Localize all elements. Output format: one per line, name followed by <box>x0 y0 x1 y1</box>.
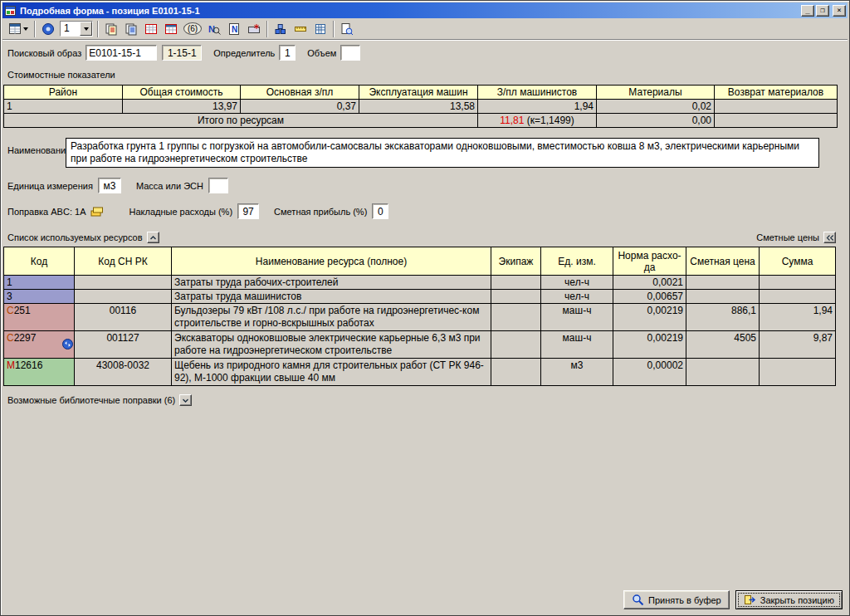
rate-cell[interactable]: 0,00002 <box>613 359 686 386</box>
sum-cell[interactable] <box>760 276 836 290</box>
sum-cell[interactable]: 9,87 <box>760 331 836 359</box>
price-cell[interactable] <box>686 359 760 386</box>
prices-toggle-button[interactable] <box>823 232 836 243</box>
accept-to-buffer-button[interactable]: Принять в буфер <box>623 590 730 609</box>
overhead-input[interactable]: 97 <box>237 203 259 219</box>
copy-position-button[interactable] <box>101 20 121 38</box>
code-cell[interactable]: 3 <box>4 290 75 304</box>
resource-row: С251 00116 Бульдозеры 79 кВт /108 л.с./ … <box>4 304 836 331</box>
crew-cell[interactable] <box>491 290 541 304</box>
position-menu-button[interactable] <box>5 20 32 38</box>
materials-cell[interactable]: 0,02 <box>597 100 715 114</box>
unit-cell[interactable]: маш-ч <box>541 304 613 331</box>
unit-cell[interactable]: чел-ч <box>541 290 613 304</box>
sum-cell[interactable] <box>760 290 836 304</box>
exit-door-icon <box>744 594 756 606</box>
rate-cell[interactable]: 0,00657 <box>613 290 686 304</box>
column-header: Экипаж <box>491 247 541 276</box>
norm-search-button[interactable]: N <box>204 20 224 38</box>
volume-label: Объем <box>307 48 336 58</box>
paste-position-button[interactable] <box>121 20 141 38</box>
sn-code-cell[interactable] <box>75 276 172 290</box>
price-cell[interactable]: 4505 <box>686 331 760 359</box>
machines-cell[interactable]: 13,58 <box>359 100 478 114</box>
sn-code-cell[interactable]: 001127 <box>75 331 172 359</box>
preview-button[interactable] <box>337 20 357 38</box>
close-position-button[interactable]: Закрыть позицию <box>735 590 843 609</box>
library-corrections-row: Возможные библиотечные поправки (6) <box>7 394 848 406</box>
app-window: Подробная форма - позиция E0101-15-1 _ ❐… <box>0 0 850 616</box>
print-norm-button[interactable] <box>244 20 264 38</box>
sum-cell[interactable]: 1,94 <box>760 304 836 331</box>
position-name-text[interactable]: Разработка грунта 1 группы с погрузкой н… <box>66 138 819 168</box>
price-cell[interactable]: 886,1 <box>686 304 760 331</box>
mass-input[interactable] <box>208 178 228 193</box>
unit-input[interactable]: м3 <box>98 178 121 193</box>
toolbar: 1 (6) N N <box>2 18 848 40</box>
sn-code-cell[interactable]: 43008-0032 <box>75 359 172 386</box>
region-cell[interactable]: 1 <box>4 100 123 114</box>
maximize-button[interactable]: ❐ <box>816 5 829 17</box>
volume-input[interactable] <box>340 45 360 61</box>
resource-row: 1 Затраты труда рабочих-строителей чел-ч… <box>4 276 836 290</box>
code-cell[interactable]: М12616 <box>4 359 75 386</box>
close-icon[interactable]: × <box>833 5 846 17</box>
resource-grid-button[interactable] <box>141 20 161 38</box>
rate-cell[interactable]: 0,0021 <box>613 276 686 290</box>
prices-label: Сметные цены <box>756 232 819 242</box>
resource-name-cell[interactable]: Затраты труда рабочих-строителей <box>172 276 491 290</box>
short-code-field[interactable]: 1-15-1 <box>162 45 202 61</box>
resource-name-cell[interactable]: Бульдозеры 79 кВт /108 л.с./ при работе … <box>172 304 491 331</box>
svg-text:N: N <box>232 25 237 34</box>
corrections-count-badge: (6) <box>183 22 202 35</box>
crew-cell[interactable] <box>491 304 541 331</box>
sn-code-cell[interactable] <box>75 290 172 304</box>
correction-row: Поправка ABC: 1A Накладные расходы (%) 9… <box>7 203 848 219</box>
column-header: Сметная цена <box>686 247 760 276</box>
search-image-input[interactable]: E0101-15-1 <box>85 45 157 61</box>
blocks-button[interactable] <box>271 20 291 38</box>
expand-corrections-button[interactable] <box>179 394 192 406</box>
variant-value: 1 <box>61 22 80 36</box>
price-cell[interactable] <box>686 276 760 290</box>
resource-name-cell[interactable]: Затраты труда машинистов <box>172 290 491 304</box>
operators-wage-cell[interactable]: 1,94 <box>478 100 597 114</box>
sn-code-cell[interactable]: 00116 <box>75 304 172 331</box>
abc-sheets-icon[interactable] <box>90 206 104 218</box>
empty-cell <box>715 114 838 128</box>
profit-input[interactable]: 0 <box>372 203 388 219</box>
crew-cell[interactable] <box>491 276 541 290</box>
norm-grid-button[interactable] <box>161 20 181 38</box>
qualifier-input[interactable]: 1 <box>279 45 296 61</box>
crew-cell[interactable] <box>491 331 541 359</box>
grid-view-button[interactable] <box>310 20 330 38</box>
resource-name-cell[interactable]: Экскаваторы одноковшовые электрические к… <box>172 331 491 359</box>
total-label: Итого по ресурсам <box>4 114 478 128</box>
code-cell[interactable]: С2297 <box>4 331 75 359</box>
resource-link-icon[interactable] <box>62 339 73 350</box>
resource-name-cell[interactable]: Щебень из природного камня для строитель… <box>172 359 491 386</box>
ruler-button[interactable] <box>291 20 310 38</box>
name-row: Наименование Разработка грунта 1 группы … <box>7 138 848 168</box>
edit-position-button[interactable] <box>38 20 58 38</box>
rate-cell[interactable]: 0,00219 <box>613 331 686 359</box>
variant-select[interactable]: 1 <box>60 21 93 37</box>
return-materials-cell[interactable] <box>715 100 838 114</box>
toolbar-separator <box>97 21 99 37</box>
base-wage-cell[interactable]: 0,37 <box>241 100 359 114</box>
total-cost-cell[interactable]: 13,97 <box>123 100 241 114</box>
norm-open-button[interactable]: N <box>224 20 244 38</box>
crew-cell[interactable] <box>491 359 541 386</box>
rate-cell[interactable]: 0,00219 <box>613 304 686 331</box>
minimize-button[interactable]: _ <box>801 5 814 17</box>
sum-cell[interactable] <box>760 359 836 386</box>
code-cell[interactable]: С251 <box>4 304 75 331</box>
unit-cell[interactable]: чел-ч <box>541 276 613 290</box>
price-cell[interactable] <box>686 290 760 304</box>
unit-cell[interactable]: м3 <box>541 359 613 386</box>
column-header: Код СН РК <box>75 247 172 276</box>
collapse-resources-button[interactable] <box>147 232 159 243</box>
unit-cell[interactable]: маш-ч <box>541 331 613 359</box>
code-cell[interactable]: 1 <box>4 276 75 290</box>
chevron-down-icon[interactable] <box>80 22 92 36</box>
